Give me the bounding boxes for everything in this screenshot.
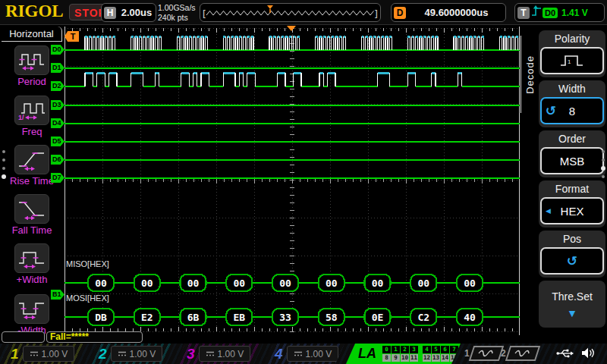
menu-item-value-box: ↺8 xyxy=(540,97,604,124)
left-menu-item-label: Fall Time xyxy=(0,224,64,236)
down-triangle-icon: ▼ xyxy=(540,309,604,318)
menu-item-label: Format xyxy=(540,181,604,197)
delay-label: D xyxy=(394,7,406,19)
decode-byte-value: 00 xyxy=(417,278,429,289)
fall-time-button[interactable] xyxy=(14,194,49,224)
decode-byte-value: DB xyxy=(95,312,107,323)
channel-scale-value: 1.00 V xyxy=(218,349,244,359)
page-dot xyxy=(602,175,605,178)
decode-byte-value: 00 xyxy=(464,278,476,289)
sine-wave-icon xyxy=(505,346,539,361)
menu-item-format[interactable]: Format◀HEX xyxy=(539,180,605,228)
channel-indicator-4[interactable]: 41.00 V xyxy=(264,344,344,364)
memory-depth: 240k pts xyxy=(158,13,196,23)
menu-item-value-text: HEX xyxy=(561,205,584,218)
menu-item-value-box: MSB xyxy=(540,147,604,174)
decode-byte-value: 0E xyxy=(372,312,384,323)
la-digit-1: 1 xyxy=(392,346,400,353)
menu-item-polarity[interactable]: Polarity1 xyxy=(539,30,605,77)
menu-item-thre-set[interactable]: Thre.Set▼ xyxy=(539,281,605,328)
menu-item-value-text: 8 xyxy=(569,105,575,118)
menu-item-width[interactable]: Width↺8 xyxy=(539,80,605,127)
menu-item-value-box: 1 xyxy=(540,47,604,74)
left-menu-item-width[interactable]: -Width xyxy=(0,294,64,336)
channel-status-bar: 11.00 V21.00 V31.00 V41.00 V LA 01234567… xyxy=(0,344,607,364)
menu-item-label: Polarity xyxy=(540,31,604,47)
channel-number: 4 xyxy=(275,346,283,362)
horizontal-offset-readout: D 49.6000000us xyxy=(391,3,506,22)
channel-number: 2 xyxy=(99,346,107,362)
la-digit-13: 13 xyxy=(432,354,440,362)
channel-indicator-2[interactable]: 21.00 V xyxy=(88,344,175,364)
plus-width-icon xyxy=(17,248,46,269)
la-digit-5: 5 xyxy=(432,346,440,353)
la-digit-0: 0 xyxy=(382,346,391,353)
speaker-icon xyxy=(581,347,595,359)
channel-number: 3 xyxy=(187,346,195,362)
rotate-icon: ↺ xyxy=(546,103,556,118)
decode-byte-value: 58 xyxy=(326,312,338,323)
measurement-fall-result: Fall=***** xyxy=(46,331,143,343)
generator-number: 2 xyxy=(501,348,506,359)
timebase-value: 2.00us xyxy=(118,7,156,18)
decode-byte-value: 6B xyxy=(187,312,200,323)
channel-number: 1 xyxy=(11,346,19,362)
channel-indicator-3[interactable]: 31.00 V xyxy=(176,344,263,364)
menu-item-value-box: ◀HEX xyxy=(540,197,604,224)
decode-byte-value: EB xyxy=(233,312,245,323)
la-digits-active: 01234567 xyxy=(382,346,458,353)
svg-text:[: [ xyxy=(201,8,207,20)
menu-item-pos[interactable]: Pos↺ xyxy=(539,231,605,278)
trigger-position-marker[interactable] xyxy=(287,26,296,31)
waveform-display: MISO[HEX]000000000000000000MOSI[HEX]DBE2… xyxy=(64,27,520,335)
generator-indicator-1[interactable]: 1 xyxy=(464,346,502,361)
freq-button[interactable]: 1/ xyxy=(14,96,49,125)
acquisition-readout: 1.00GSa/s 240k pts xyxy=(158,3,196,22)
+width-button[interactable] xyxy=(14,243,49,273)
left-menu-title: Horizontal xyxy=(2,27,62,42)
trigger-label: T xyxy=(517,7,530,19)
waveform-preview[interactable]: [] xyxy=(200,3,381,22)
svg-text:1: 1 xyxy=(568,58,571,65)
channel-indicator-1[interactable]: 11.00 V xyxy=(0,344,86,364)
menu-item-label: Pos xyxy=(540,231,604,247)
la-digits-inactive: 89101112131415 xyxy=(382,354,458,362)
page-dot xyxy=(2,150,5,153)
menu-item-label: Width xyxy=(540,81,604,97)
preview-waveform: [] xyxy=(200,5,379,21)
oscilloscope-screen: RIGOL STOP H 2.00us 1.00GSa/s 240k pts [… xyxy=(0,0,607,364)
left-triangle-icon: ◀ xyxy=(546,207,551,215)
measurement-slot-empty xyxy=(2,331,45,343)
menu-item-order[interactable]: OrderMSB xyxy=(539,130,605,177)
rising-edge-icon xyxy=(531,5,542,20)
la-indicator[interactable]: LA 01234567 89101112131415 xyxy=(346,344,461,364)
generator-indicator-2[interactable]: 2 xyxy=(501,346,538,361)
svg-text:1/: 1/ xyxy=(18,114,24,121)
la-digit-9: 9 xyxy=(392,354,400,362)
channel-scale-value: 1.00 V xyxy=(42,349,68,359)
la-digit-10: 10 xyxy=(401,354,409,362)
la-digit-15: 15 xyxy=(450,354,458,362)
la-digit-14: 14 xyxy=(441,354,449,362)
h-label: H xyxy=(104,7,116,19)
rise-time-icon xyxy=(17,149,46,171)
decode-row-label: MISO[HEX] xyxy=(66,259,109,268)
rise-time-button[interactable] xyxy=(14,145,49,174)
-width-button[interactable] xyxy=(14,294,49,324)
period-icon xyxy=(17,50,46,71)
trigger-source-badge: D0 xyxy=(543,8,558,18)
decode-byte-value: 33 xyxy=(279,312,291,323)
left-menu-item-fall-time[interactable]: Fall Time xyxy=(0,194,64,236)
coupling-icon xyxy=(294,350,303,358)
minus-width-icon xyxy=(17,299,46,320)
period-button[interactable] xyxy=(14,46,49,75)
decode-row-label: MOSI[HEX] xyxy=(66,293,109,303)
channel-scale-box: 1.00 V xyxy=(23,346,75,362)
page-dot xyxy=(601,166,605,171)
channel-scale-box: 1.00 V xyxy=(287,346,339,362)
decode-menu-tab: Decode xyxy=(521,36,538,113)
decode-byte-value: C2 xyxy=(417,312,429,323)
left-menu-item-width[interactable]: +Width xyxy=(0,243,64,285)
la-digit-2: 2 xyxy=(401,346,409,353)
page-dot xyxy=(2,158,5,162)
